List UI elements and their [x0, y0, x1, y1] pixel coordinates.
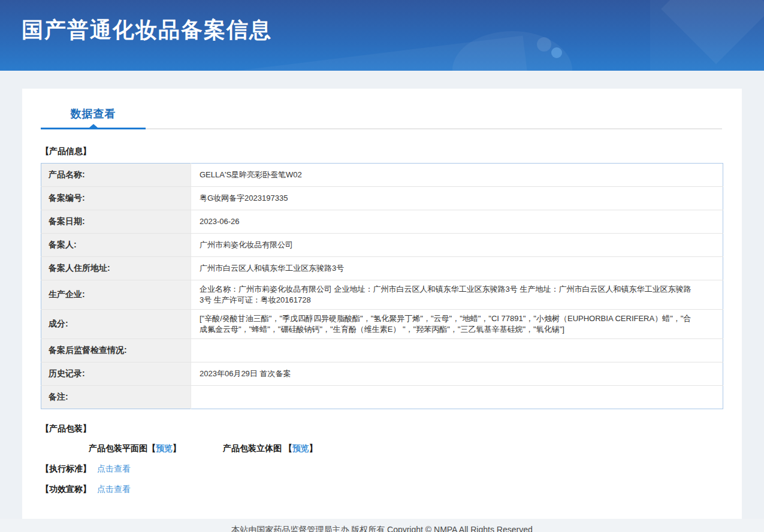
tab-active-indicator: [41, 128, 146, 129]
efficacy-view-link[interactable]: 点击查看: [97, 484, 131, 494]
section-packaging: 【产品包装】: [41, 424, 723, 434]
section-product-info: 【产品信息】: [41, 146, 723, 157]
page-header: 国产普通化妆品备案信息: [0, 0, 764, 71]
table-row-remarks: 备注:: [41, 386, 723, 409]
efficacy-line: 【功效宣称】点击查看: [41, 484, 723, 495]
table-row-filer-address: 备案人住所地址: 广州市白云区人和镇东华工业区东骏路3号: [41, 257, 723, 280]
row-value: 广州市莉姿化妆品有限公司: [191, 234, 723, 257]
bracket-close: 】: [309, 443, 318, 453]
row-label: 备案人:: [41, 234, 191, 257]
row-label: 备案人住所地址:: [41, 257, 191, 280]
row-value: [191, 386, 723, 409]
packaging-previews: 产品包装平面图【预览】 产品包装立体图 【预览】: [89, 443, 723, 454]
bracket-close: 】: [173, 443, 181, 453]
section-standard: 【执行标准】: [41, 464, 91, 473]
row-value: 2023-06-26: [191, 210, 723, 234]
page: 国产普通化妆品备案信息 数据查看 【产品信息】 产品名称: GELLA'S星眸亮…: [0, 0, 764, 532]
row-label: 备注:: [41, 386, 191, 409]
row-label: 备案日期:: [41, 210, 191, 234]
packaging-flat-label: 产品包装平面图: [89, 443, 147, 453]
table-row-filing-number: 备案编号: 粤G妆网备字2023197335: [41, 187, 723, 210]
table-row-filing-date: 备案日期: 2023-06-26: [41, 210, 723, 234]
header-decoration-square: [661, 0, 764, 64]
tab-bar: 数据查看: [41, 108, 723, 129]
row-value: 粤G妆网备字2023197335: [191, 187, 723, 210]
row-value: 广州市白云区人和镇东华工业区东骏路3号: [191, 257, 723, 280]
row-label: 产品名称:: [41, 164, 191, 187]
packaging-3d-preview-link[interactable]: 预览: [292, 443, 309, 453]
bracket-open: 【: [147, 443, 156, 453]
row-label: 历史记录:: [41, 362, 191, 386]
row-value: 2023年06月29日 首次备案: [191, 362, 723, 386]
row-value: [191, 339, 723, 362]
packaging-flat-item: 产品包装平面图【预览】: [89, 443, 183, 453]
product-info-table-body: 产品名称: GELLA'S星眸亮彩卧蚕笔W02 备案编号: 粤G妆网备字2023…: [41, 164, 723, 409]
header-decoration-column: [650, 0, 764, 71]
standard-view-link[interactable]: 点击查看: [97, 464, 131, 473]
header-decoration-dot: [537, 37, 551, 52]
table-row-ingredients: 成分: ["辛酸/癸酸甘油三酯"，"季戊四醇四异硬脂酸酯"，"氢化聚异丁烯"，"…: [41, 310, 723, 339]
copyright-text: 本站由国家药品监督管理局主办 版权所有 Copyright © NMPA All…: [231, 525, 532, 532]
content-card: 数据查看 【产品信息】 产品名称: GELLA'S星眸亮彩卧蚕笔W02 备案编号…: [22, 89, 742, 519]
row-value: GELLA'S星眸亮彩卧蚕笔W02: [191, 164, 723, 187]
row-label: 备案后监督检查情况:: [41, 339, 191, 362]
packaging-3d-item: 产品包装立体图 【预览】: [223, 443, 318, 453]
page-title: 国产普通化妆品备案信息: [22, 16, 272, 45]
row-value: 企业名称：广州市莉姿化妆品有限公司 企业地址：广州市白云区人和镇东华工业区东骏路…: [191, 280, 723, 310]
table-row-manufacturer: 生产企业: 企业名称：广州市莉姿化妆品有限公司 企业地址：广州市白云区人和镇东华…: [41, 280, 723, 310]
table-row-supervision: 备案后监督检查情况:: [41, 339, 723, 362]
tab-data-view[interactable]: 数据查看: [41, 108, 146, 129]
table-row-filer: 备案人: 广州市莉姿化妆品有限公司: [41, 234, 723, 257]
bracket-open: 【: [284, 443, 292, 453]
packaging-flat-preview-link[interactable]: 预览: [156, 443, 173, 453]
tab-caret-icon: [89, 124, 98, 128]
table-row-history: 历史记录: 2023年06月29日 首次备案: [41, 362, 723, 386]
row-value: ["辛酸/癸酸甘油三酯"，"季戊四醇四异硬脂酸酯"，"氢化聚异丁烯"，"云母"，…: [191, 310, 723, 339]
header-decoration-dot: [551, 47, 562, 58]
row-label: 生产企业:: [41, 280, 191, 310]
tab-data-view-label: 数据查看: [71, 108, 116, 120]
section-efficacy: 【功效宣称】: [41, 484, 91, 494]
product-info-table: 产品名称: GELLA'S星眸亮彩卧蚕笔W02 备案编号: 粤G妆网备字2023…: [41, 163, 723, 409]
standard-line: 【执行标准】点击查看: [41, 464, 723, 474]
page-footer: 本站由国家药品监督管理局主办 版权所有 Copyright © NMPA All…: [0, 519, 764, 532]
packaging-3d-label: 产品包装立体图: [223, 443, 282, 453]
row-label: 备案编号:: [41, 187, 191, 210]
header-decoration-ellipse: [452, 31, 572, 71]
table-row-product-name: 产品名称: GELLA'S星眸亮彩卧蚕笔W02: [41, 164, 723, 187]
row-label: 成分:: [41, 310, 191, 339]
